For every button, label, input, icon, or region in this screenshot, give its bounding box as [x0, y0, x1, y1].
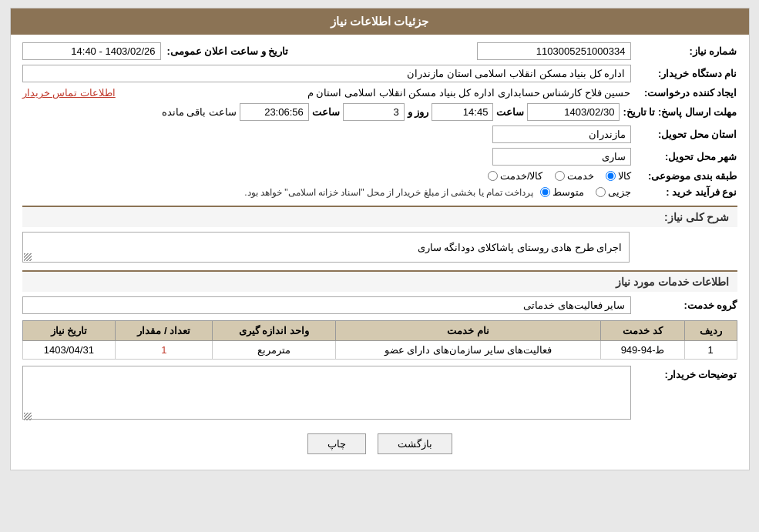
- services-section-header: اطلاعات خدمات مورد نیاز: [22, 270, 737, 292]
- description-field: اجرای طرح هادی روستای پاشاکلای دودانگه س…: [22, 232, 630, 263]
- category-option-khedmat[interactable]: خدمت: [555, 170, 594, 182]
- services-table-container: ردیف کد خدمت نام خدمت واحد اندازه گیری ت…: [22, 320, 737, 360]
- general-description-section: شرح کلی نیاز:: [22, 206, 737, 227]
- resize-handle-icon: [24, 253, 32, 261]
- print-button[interactable]: چاپ: [307, 433, 366, 454]
- buyer-notes-label: توضیحات خریدار:: [637, 366, 737, 380]
- reply-time-field: 14:45: [432, 103, 493, 121]
- category-label: طبقه بندی موضوعی:: [637, 170, 737, 182]
- purchase-type-radio-group: متوسط جزیی: [540, 186, 631, 198]
- province-row: استان محل تحویل: مازندران: [22, 125, 737, 143]
- cell-quantity: 1: [116, 341, 213, 360]
- service-group-label: گروه خدمت:: [637, 299, 737, 311]
- remaining-days-field: 3: [343, 103, 405, 121]
- remaining-time-field: 23:06:56: [240, 103, 309, 121]
- remaining-time-static-label: ساعت: [312, 106, 340, 118]
- purchase-type-jozi[interactable]: جزیی: [596, 186, 631, 198]
- creator-name: حسین فلاح کارشناس حسابداری اداره کل بنیا…: [122, 87, 631, 99]
- purchase-type-label: نوع فرآیند خرید :: [637, 186, 737, 198]
- services-table: ردیف کد خدمت نام خدمت واحد اندازه گیری ت…: [22, 320, 737, 360]
- creator-row: ایجاد کننده درخواست: حسین فلاح کارشناس ح…: [22, 87, 737, 99]
- page-title: جزئیات اطلاعات نیاز: [331, 15, 428, 28]
- col-quantity: تعداد / مقدار: [116, 321, 213, 341]
- province-field: مازندران: [492, 125, 631, 143]
- purchase-type-row: نوع فرآیند خرید : متوسط جزیی پرداخت تمام…: [22, 186, 737, 198]
- buttons-row: بازگشت چاپ: [22, 433, 737, 454]
- reply-deadline-label: مهلت ارسال پاسخ: تا تاریخ:: [623, 106, 737, 118]
- remaining-days-label: روز و: [408, 106, 429, 118]
- buyer-name-field: اداره کل بنیاد مسکن انقلاب اسلامی استان …: [22, 65, 631, 82]
- cell-service-name: فعالیت‌های سایر سازمان‌های دارای عضو: [335, 341, 601, 360]
- col-row-num: ردیف: [684, 321, 737, 341]
- reply-deadline-row: مهلت ارسال پاسخ: تا تاریخ: 1403/02/30 سا…: [22, 103, 737, 121]
- col-date: تاریخ نیاز: [22, 321, 116, 341]
- textarea-resize-icon: [24, 413, 32, 420]
- reply-time-label: ساعت: [496, 106, 524, 118]
- purchase-type-motavaset[interactable]: متوسط: [540, 186, 584, 198]
- category-option-kala[interactable]: کالا: [606, 170, 631, 182]
- col-unit: واحد اندازه گیری: [213, 321, 335, 341]
- main-container: جزئیات اطلاعات نیاز شماره نیاز: 11030052…: [10, 8, 750, 470]
- service-group-row: گروه خدمت: سایر فعالیت‌های خدماتی: [22, 296, 737, 314]
- table-header-row: ردیف کد خدمت نام خدمت واحد اندازه گیری ت…: [22, 321, 737, 341]
- city-label: شهر محل تحویل:: [637, 151, 737, 162]
- announcement-date-field: 1403/02/26 - 14:40: [22, 42, 161, 60]
- buyer-name-row: نام دستگاه خریدار: اداره کل بنیاد مسکن ا…: [22, 65, 737, 82]
- cell-unit: مترمربع: [213, 341, 335, 360]
- cell-date: 1403/04/31: [22, 341, 116, 360]
- remaining-label-text: ساعت باقی مانده: [162, 106, 237, 118]
- cell-service-code: ط-94-949: [601, 341, 685, 360]
- city-field: ساری: [492, 148, 631, 166]
- back-button[interactable]: بازگشت: [378, 433, 452, 454]
- page-header: جزئیات اطلاعات نیاز: [11, 8, 749, 35]
- category-radio-group: کالا/خدمت خدمت کالا: [488, 170, 631, 182]
- buyer-notes-textarea[interactable]: [22, 366, 631, 420]
- announcement-date-label: تاریخ و ساعت اعلان عمومی:: [167, 45, 289, 57]
- purchase-note: پرداخت تمام یا بخشی از مبلغ خریدار از مح…: [244, 187, 533, 198]
- table-row: 1 ط-94-949 فعالیت‌های سایر سازمان‌های دا…: [22, 341, 737, 360]
- need-number-field: 1103005251000334: [477, 42, 631, 60]
- province-label: استان محل تحویل:: [637, 129, 737, 140]
- cell-row-num: 1: [684, 341, 737, 360]
- description-container: اجرای طرح هادی روستای پاشاکلای دودانگه س…: [22, 232, 737, 263]
- col-service-name: نام خدمت: [335, 321, 601, 341]
- buyer-notes-container: [22, 366, 631, 422]
- reply-date-field: 1403/02/30: [527, 103, 620, 121]
- creator-link[interactable]: اطلاعات تماس خریدار: [22, 87, 116, 99]
- col-service-code: کد خدمت: [601, 321, 685, 341]
- content-area: شماره نیاز: 1103005251000334 تاریخ و ساع…: [11, 35, 749, 470]
- city-row: شهر محل تحویل: ساری: [22, 148, 737, 166]
- category-option-kala-khedmat[interactable]: کالا/خدمت: [488, 170, 543, 182]
- service-group-field: سایر فعالیت‌های خدماتی: [22, 296, 631, 314]
- buyer-notes-row: توضیحات خریدار:: [22, 366, 737, 422]
- need-number-label: شماره نیاز:: [637, 45, 737, 57]
- creator-label: ایجاد کننده درخواست:: [637, 87, 737, 99]
- need-number-row: شماره نیاز: 1103005251000334 تاریخ و ساع…: [22, 42, 737, 60]
- category-row: طبقه بندی موضوعی: کالا/خدمت خدمت کالا: [22, 170, 737, 182]
- buyer-name-label: نام دستگاه خریدار:: [637, 68, 737, 79]
